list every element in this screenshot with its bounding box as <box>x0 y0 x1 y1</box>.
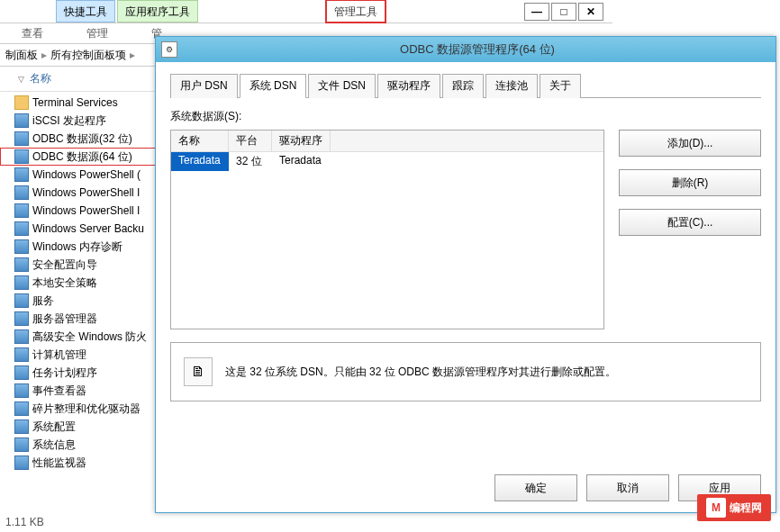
info-box: 🗎 这是 32 位系统 DSN。只能由 32 位 ODBC 数据源管理程序对其进… <box>170 342 761 401</box>
chevron-down-icon: ▽ <box>18 75 24 84</box>
list-label: 系统数据源(S): <box>170 109 761 124</box>
app-icon <box>14 293 29 308</box>
item-label: 服务 <box>32 293 54 309</box>
dsn-buttons: 添加(D)... 删除(R) 配置(C)... <box>619 130 761 329</box>
item-label: 高级安全 Windows 防火 <box>32 329 147 345</box>
app-icon <box>14 437 29 452</box>
breadcrumb-sep-icon: ▸ <box>130 49 135 61</box>
item-label: Windows PowerShell I <box>32 186 140 199</box>
tab-strip: 用户 DSN系统 DSN文件 DSN驱动程序跟踪连接池关于 <box>170 73 761 98</box>
item-label: iSCSI 发起程序 <box>32 113 106 129</box>
app-icon <box>14 311 29 326</box>
add-button[interactable]: 添加(D)... <box>619 130 761 157</box>
watermark: M 编程网 <box>697 494 771 521</box>
ribbon-tab-strip: 快捷工具 应用程序工具 管理工具 <box>0 0 612 23</box>
minimize-button[interactable]: — <box>524 3 549 21</box>
item-label: 服务器管理器 <box>32 311 97 327</box>
dsn-row[interactable]: Teradata 32 位 Teradata <box>171 152 603 171</box>
app-icon <box>14 347 29 362</box>
app-icon <box>14 275 29 290</box>
status-bar: 1.11 KB <box>5 516 44 528</box>
dsn-driver: Teradata <box>272 152 329 171</box>
col-driver[interactable]: 驱动程序 <box>272 131 331 151</box>
app-icon <box>14 221 29 236</box>
item-label: 计算机管理 <box>32 347 86 363</box>
app-icon <box>14 365 29 380</box>
watermark-text: 编程网 <box>730 500 762 516</box>
odbc-dialog: ⚙ ODBC 数据源管理程序(64 位) 用户 DSN系统 DSN文件 DSN驱… <box>155 36 776 513</box>
tab-文件-DSN[interactable]: 文件 DSN <box>308 74 376 98</box>
item-label: Terminal Services <box>32 96 118 109</box>
app-icon <box>14 383 29 398</box>
item-label: 事件查看器 <box>32 383 86 399</box>
maximize-button[interactable]: □ <box>551 3 576 21</box>
app-icon <box>14 203 29 218</box>
item-label: 任务计划程序 <box>32 365 97 381</box>
column-header-label: 名称 <box>30 71 51 86</box>
item-label: Windows PowerShell I <box>32 204 140 217</box>
close-button[interactable]: ✕ <box>578 3 603 21</box>
dsn-header: 名称 平台 驱动程序 <box>171 131 603 152</box>
cancel-button[interactable]: 取消 <box>586 474 669 501</box>
item-label: Windows 内存诊断 <box>32 239 122 255</box>
tab-连接池[interactable]: 连接池 <box>485 74 538 98</box>
item-label: 性能监视器 <box>32 455 86 471</box>
app-icon <box>14 113 29 128</box>
datasheet-icon: 🗎 <box>184 357 213 386</box>
info-text: 这是 32 位系统 DSN。只能由 32 位 ODBC 数据源管理程序对其进行删… <box>225 365 616 380</box>
col-name[interactable]: 名称 <box>171 131 229 151</box>
item-label: 系统信息 <box>32 437 76 453</box>
breadcrumb-sep-icon: ▸ <box>41 49 47 61</box>
app-icon <box>14 167 29 182</box>
item-label: 本地安全策略 <box>32 275 97 291</box>
item-label: 碎片整理和优化驱动器 <box>32 401 141 417</box>
ok-button[interactable]: 确定 <box>494 474 577 501</box>
tab-驱动程序[interactable]: 驱动程序 <box>377 74 440 98</box>
item-label: ODBC 数据源(32 位) <box>32 131 132 147</box>
dsn-platform: 32 位 <box>229 152 272 171</box>
dsn-list[interactable]: 名称 平台 驱动程序 Teradata 32 位 Teradata <box>170 130 604 329</box>
configure-button[interactable]: 配置(C)... <box>619 209 761 236</box>
dialog-titlebar[interactable]: ⚙ ODBC 数据源管理程序(64 位) <box>156 37 775 62</box>
app-icon <box>14 329 29 344</box>
dialog-body: 用户 DSN系统 DSN文件 DSN驱动程序跟踪连接池关于 系统数据源(S): … <box>156 62 775 512</box>
remove-button[interactable]: 删除(R) <box>619 169 761 196</box>
item-label: Windows Server Backu <box>32 222 144 235</box>
watermark-badge-icon: M <box>706 498 726 518</box>
item-label: 系统配置 <box>32 419 76 435</box>
tab-quick-tools[interactable]: 快捷工具 <box>56 0 115 23</box>
item-label: Windows PowerShell ( <box>32 168 141 181</box>
dialog-title: ODBC 数据源管理程序(64 位) <box>185 41 770 58</box>
ribbon-view[interactable]: 查看 <box>0 23 65 43</box>
app-icon <box>14 257 29 272</box>
tab-app-tools[interactable]: 应用程序工具 <box>117 0 198 23</box>
breadcrumb-part1[interactable]: 制面板 <box>5 48 38 63</box>
dsn-area: 名称 平台 驱动程序 Teradata 32 位 Teradata 添加(D).… <box>170 130 761 329</box>
tab-跟踪[interactable]: 跟踪 <box>442 74 484 98</box>
tab-系统-DSN[interactable]: 系统 DSN <box>240 74 307 98</box>
dialog-footer: 确定 取消 应用 <box>170 464 761 501</box>
tab-admin-tools[interactable]: 管理工具 <box>326 0 385 23</box>
folder-icon <box>14 95 29 110</box>
app-icon <box>14 149 29 164</box>
window-controls: — □ ✕ <box>522 3 603 21</box>
tab-关于[interactable]: 关于 <box>540 74 581 98</box>
app-icon <box>14 419 29 434</box>
odbc-icon: ⚙ <box>161 41 177 58</box>
app-icon <box>14 239 29 254</box>
app-icon <box>14 455 29 470</box>
app-icon <box>14 131 29 146</box>
item-label: 安全配置向导 <box>32 257 97 273</box>
app-icon <box>14 185 29 200</box>
col-platform[interactable]: 平台 <box>229 131 272 151</box>
app-icon <box>14 401 29 416</box>
dsn-name: Teradata <box>171 152 229 171</box>
ribbon-manage[interactable]: 管理 <box>65 23 130 43</box>
breadcrumb-part2[interactable]: 所有控制面板项 <box>50 48 126 63</box>
tab-用户-DSN[interactable]: 用户 DSN <box>170 74 238 98</box>
tab-content: 系统数据源(S): 名称 平台 驱动程序 Teradata 32 位 Terad… <box>170 98 761 464</box>
item-label: ODBC 数据源(64 位) <box>32 149 132 165</box>
